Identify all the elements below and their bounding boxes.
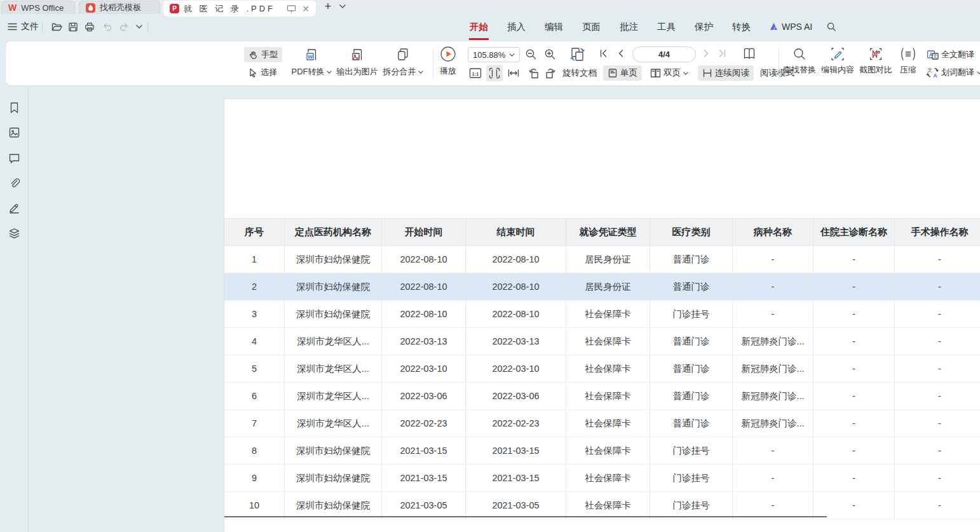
find-replace-button[interactable]: 查找替换 (782, 47, 817, 76)
play-button[interactable]: 播放 (438, 46, 458, 77)
fit-page-icon (488, 67, 501, 79)
open-file-button[interactable] (48, 14, 65, 39)
menu-convert[interactable]: 转换 (732, 18, 751, 36)
table-cell: 2021-03-15 (382, 437, 466, 464)
tab-bar: W WPS Office 找稻壳模板 P 就 医 记 录 .PDF ✕ + (0, 0, 980, 14)
actual-size-button[interactable]: 1:1 (467, 65, 484, 81)
divider (42, 22, 43, 32)
menu-page[interactable]: 页面 (582, 18, 601, 36)
table-cell: 2022-03-13 (466, 328, 566, 355)
redo-button[interactable] (116, 14, 132, 39)
chevron-down-icon (977, 71, 980, 74)
table-cell: - (813, 273, 895, 300)
single-page-button[interactable]: 单页 (603, 65, 642, 81)
word-translate-icon: 文A (927, 67, 939, 78)
table-row: 4深圳市龙华区人...2022-03-132022-03-13社会保障卡普通门诊… (224, 328, 980, 355)
wps-ai-icon (769, 22, 779, 31)
menu-insert[interactable]: 插入 (507, 18, 526, 36)
menu-protect[interactable]: 保护 (694, 18, 714, 36)
thumbnails-panel-button[interactable] (8, 126, 20, 139)
rotate-left-button[interactable] (526, 65, 542, 81)
search-icon (826, 22, 836, 32)
screenshot-compare-button[interactable]: 截图对比 (858, 47, 894, 76)
continuous-reading-button[interactable]: 连续阅读 (698, 65, 754, 81)
fit-width-button[interactable] (505, 65, 522, 81)
signature-pen-icon (8, 202, 20, 214)
present-screen-icon[interactable] (287, 4, 296, 13)
rotate-cw-icon (544, 67, 557, 79)
table-cell: 2022-08-10 (466, 301, 566, 327)
ribbon-toolbar: 手型 选择 W PDF转换 输出为图片 拆分合并 播放 105.88% (5, 41, 980, 86)
svg-text:A: A (933, 72, 937, 79)
first-page-button[interactable] (599, 49, 608, 58)
pdf-page[interactable]: 序号定点医药机构名称开始时间结束时间就诊凭证类型医疗类别病种名称住院主诊断名称手… (224, 99, 980, 532)
rotate-right-button[interactable] (542, 65, 559, 81)
tab-list-chevron-icon[interactable] (339, 4, 346, 8)
compress-button[interactable]: 压缩 (896, 47, 920, 76)
table-cell: 社会保障卡 (566, 410, 650, 437)
edit-content-button[interactable]: 编辑内容 (820, 47, 855, 76)
swap-pages-icon (569, 46, 587, 63)
hand-tool-button[interactable]: 手型 (244, 47, 282, 62)
bookmarks-panel-button[interactable] (8, 102, 20, 114)
paperclip-icon (8, 177, 20, 189)
replace-pages-button[interactable] (569, 46, 587, 63)
tab-docer-templates[interactable]: 找稻壳模板 (79, 1, 160, 14)
previous-page-button[interactable] (616, 49, 625, 58)
undo-icon (102, 22, 112, 31)
last-page-button[interactable] (718, 49, 726, 58)
zoom-in-icon (544, 48, 556, 60)
zoom-level-select[interactable]: 105.88% (468, 47, 520, 62)
save-button[interactable] (65, 14, 81, 39)
tab-document-pdf[interactable]: P 就 医 记 录 .PDF ✕ (163, 1, 316, 17)
menubar-search-button[interactable] (826, 22, 836, 32)
column-header: 定点医药机构名称 (285, 219, 382, 245)
double-page-icon (650, 68, 661, 78)
word-translate-button[interactable]: 文A 划词翻译 (927, 67, 980, 78)
table-cell: 2021-03-05 (466, 492, 566, 519)
page-number-input[interactable]: 4/4 (632, 46, 696, 62)
read-mode-icon-button[interactable] (741, 46, 758, 62)
bookmark-icon (8, 102, 20, 114)
table-row: 6深圳市龙华区人...2022-03-062022-03-06社会保障卡普通门诊… (224, 383, 980, 410)
select-tool-button[interactable]: 选择 (244, 65, 282, 80)
edit-content-icon (831, 47, 845, 61)
pdf-convert-button[interactable]: W PDF转换 (290, 46, 332, 78)
tab-close-icon[interactable]: ✕ (302, 4, 310, 14)
layers-panel-button[interactable] (8, 228, 20, 240)
column-header: 医疗类别 (650, 219, 733, 245)
signature-panel-button[interactable] (8, 202, 20, 214)
hamburger-icon (8, 23, 17, 31)
menu-tools[interactable]: 工具 (657, 18, 676, 36)
file-menu-button[interactable]: 文件 (8, 14, 39, 39)
table-cell: 2022-02-23 (382, 410, 466, 437)
comments-panel-button[interactable] (8, 153, 20, 165)
export-image-button[interactable]: 输出为图片 (335, 46, 379, 78)
menu-edit[interactable]: 编辑 (544, 18, 564, 36)
screenshot-compare-icon (869, 47, 883, 61)
find-replace-label: 查找替换 (783, 64, 816, 76)
rotate-document-label[interactable]: 旋转文档 (562, 67, 597, 79)
print-button[interactable] (81, 14, 98, 39)
rotate-ccw-icon (527, 67, 540, 79)
next-page-button[interactable] (702, 49, 711, 58)
table-cell: 7 (224, 410, 285, 437)
table-cell: - (895, 328, 980, 355)
undo-button[interactable] (99, 14, 116, 39)
next-page-icon (702, 49, 711, 58)
menu-home[interactable]: 开始 (469, 18, 489, 36)
attachments-panel-button[interactable] (8, 177, 20, 189)
table-cell: - (733, 273, 813, 300)
quick-access-chevron[interactable] (131, 14, 147, 39)
split-merge-button[interactable]: 拆分合并 (382, 46, 424, 78)
full-text-translate-button[interactable]: A文 全文翻译 (927, 49, 974, 60)
menu-annotate[interactable]: 批注 (619, 18, 639, 36)
zoom-out-button[interactable] (525, 48, 537, 60)
zoom-in-button[interactable] (544, 48, 556, 60)
fit-page-button[interactable] (486, 65, 503, 81)
tab-wps-office[interactable]: W WPS Office (1, 1, 75, 14)
double-page-button[interactable]: 双页 (646, 65, 693, 81)
table-cell: 深圳市妇幼保健院 (285, 273, 382, 300)
new-tab-button[interactable]: + (321, 0, 335, 13)
wps-ai-button[interactable]: WPS AI (769, 22, 812, 32)
